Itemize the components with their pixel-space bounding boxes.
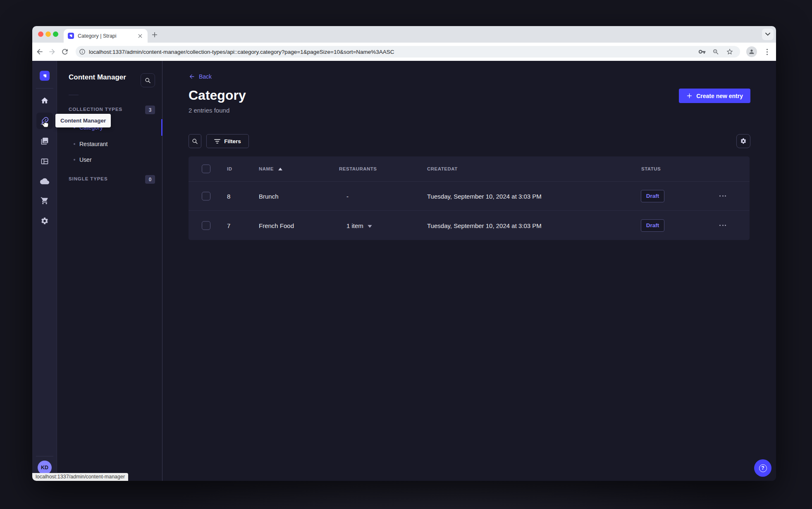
url-text: localhost:1337/admin/content-manager/col…: [89, 49, 698, 55]
browser-forward-icon[interactable]: [48, 48, 56, 56]
bookmark-star-icon[interactable]: [726, 48, 733, 55]
maximize-window-button[interactable]: [53, 31, 58, 37]
browser-back-icon[interactable]: [36, 48, 44, 56]
gear-icon: [740, 138, 747, 144]
cell-createdat: Tuesday, September 10, 2024 at 3:03 PM: [427, 222, 542, 229]
sidebar-item-content-type-builder[interactable]: [36, 153, 53, 170]
sidebar-item-settings[interactable]: [36, 213, 53, 229]
navbar-divider: [36, 456, 53, 456]
cell-createdat: Tuesday, September 10, 2024 at 3:03 PM: [427, 192, 542, 199]
single-types-count-badge: 0: [145, 175, 155, 184]
zoom-icon[interactable]: [712, 48, 719, 55]
cloud-icon: [40, 177, 49, 186]
status-badge: Draft: [641, 190, 664, 202]
content-manager-tooltip: Content Manager: [55, 114, 111, 127]
content-type-builder-icon: [41, 157, 49, 166]
row-actions-menu[interactable]: [717, 192, 728, 200]
subnav-item-restaurant[interactable]: Restaurant: [57, 136, 162, 152]
site-info-icon[interactable]: [79, 48, 86, 55]
bullet-icon: [74, 159, 75, 161]
cell-id: 8: [227, 192, 230, 199]
desktop-background: Category | Strapi localhost:1337/admin/c…: [0, 0, 812, 509]
subnav-item-user[interactable]: User: [57, 151, 162, 168]
minimize-window-button[interactable]: [45, 31, 51, 37]
home-icon: [41, 96, 49, 105]
browser-menu-icon[interactable]: [765, 48, 769, 56]
sidebar-item-home[interactable]: [36, 92, 53, 109]
filter-icon: [214, 139, 220, 144]
navbar-divider: [36, 88, 53, 89]
header-status[interactable]: STATUS: [641, 166, 661, 171]
main-content: Back Category 2 entries found Create new…: [162, 61, 776, 481]
subnav-divider: [69, 95, 79, 95]
browser-profile-avatar[interactable]: [746, 46, 757, 57]
table-row[interactable]: 8 Brunch - Tuesday, September 10, 2024 a…: [189, 182, 750, 211]
settings-gear-icon: [41, 217, 49, 225]
sort-asc-icon: [278, 168, 282, 170]
subnav-title: Content Manager: [69, 73, 126, 82]
table-search-button[interactable]: [189, 134, 201, 148]
browser-tab[interactable]: Category | Strapi: [64, 29, 148, 43]
status-bar-link-preview: localhost:1337/admin/content-manager: [32, 473, 128, 481]
tab-title: Category | Strapi: [78, 33, 137, 39]
tab-close-icon[interactable]: [137, 33, 143, 39]
entries-count: 2 entries found: [189, 107, 229, 114]
collection-types-count-badge: 3: [145, 106, 155, 114]
collection-types-label: COLLECTION TYPES: [69, 107, 122, 112]
row-actions-menu[interactable]: [717, 221, 728, 230]
chevron-down-icon: [368, 225, 372, 228]
browser-window: Category | Strapi localhost:1337/admin/c…: [32, 26, 776, 481]
strapi-logo[interactable]: [40, 71, 50, 81]
cell-name: French Food: [259, 222, 294, 229]
select-all-checkbox[interactable]: [202, 165, 210, 173]
header-id[interactable]: ID: [227, 166, 232, 171]
strapi-favicon: [68, 33, 74, 39]
sidebar-item-cloud[interactable]: [36, 173, 53, 190]
table-settings-button[interactable]: [736, 134, 750, 148]
bullet-icon: [74, 143, 75, 145]
filters-button[interactable]: Filters: [206, 134, 249, 148]
tab-search-chevron-button[interactable]: [762, 29, 774, 40]
status-badge: Draft: [641, 219, 664, 232]
header-createdat[interactable]: CREATEDAT: [427, 166, 458, 171]
search-icon: [145, 77, 151, 84]
page-title: Category: [189, 87, 246, 103]
browser-toolbar: localhost:1337/admin/content-manager/col…: [32, 43, 776, 61]
marketplace-cart-icon: [41, 197, 49, 205]
window-controls: [38, 31, 58, 37]
cell-name: Brunch: [259, 192, 279, 199]
hand-cursor: [41, 118, 50, 128]
row-checkbox[interactable]: [202, 221, 210, 230]
single-types-label: SINGLE TYPES: [69, 176, 108, 181]
media-library-icon: [41, 137, 49, 145]
password-key-icon[interactable]: [698, 48, 706, 55]
table-header-row: ID NAME RESTAURANTS CREATEDAT STATUS: [189, 156, 750, 182]
back-link[interactable]: Back: [189, 73, 212, 80]
cell-restaurants: -: [346, 192, 349, 199]
subnav-search-button[interactable]: [141, 73, 155, 87]
header-name[interactable]: NAME: [259, 166, 282, 171]
sidebar-item-marketplace[interactable]: [36, 192, 53, 209]
tab-strip: Category | Strapi: [32, 26, 776, 43]
question-icon: ?: [759, 464, 767, 472]
cell-id: 7: [227, 222, 230, 229]
row-checkbox[interactable]: [202, 192, 210, 200]
browser-reload-icon[interactable]: [61, 48, 69, 56]
search-icon: [192, 138, 198, 144]
entries-table: ID NAME RESTAURANTS CREATEDAT STATUS 8 B…: [189, 156, 750, 240]
header-restaurants[interactable]: RESTAURANTS: [339, 166, 377, 171]
help-button[interactable]: ?: [754, 459, 771, 477]
user-avatar[interactable]: KD: [38, 461, 52, 475]
url-bar[interactable]: localhost:1337/admin/content-manager/col…: [76, 46, 740, 58]
create-new-entry-button[interactable]: Create new entry: [679, 89, 750, 103]
table-row[interactable]: 7 French Food 1 item Tuesday, September …: [189, 211, 750, 240]
plus-icon: [686, 93, 693, 99]
close-window-button[interactable]: [38, 31, 43, 37]
sidebar-item-media-library[interactable]: [36, 133, 53, 149]
arrow-left-icon: [189, 73, 195, 80]
new-tab-button[interactable]: [149, 29, 160, 40]
strapi-app: KD Content Manager COLLECTION TYPES 3 Ca…: [32, 61, 776, 481]
cell-restaurants[interactable]: 1 item: [346, 222, 372, 229]
